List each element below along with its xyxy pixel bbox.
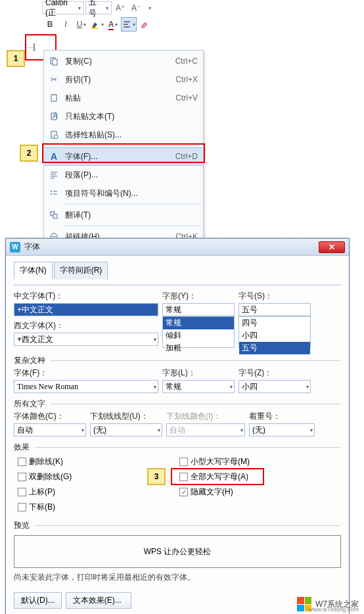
font-toolbar-row1: Calibri (正▾ 五号▾ A⁺ A⁻ ▾ [42, 1, 154, 14]
chevron-down-icon: ▾ [133, 22, 135, 28]
font-dialog: W 字体 ✕ 字体(N) 字符间距(R) 中文字体(T)： +中文正文▾ 字形(… [5, 238, 350, 614]
svg-rect-3 [51, 95, 57, 101]
style-opt[interactable]: 加粗 [163, 342, 234, 354]
menu-separator [64, 225, 199, 226]
cn-font-label: 中文字体(T)： [14, 291, 158, 302]
step-callout-3: 3 [147, 468, 166, 485]
dialog-titlebar: W 字体 ✕ [6, 239, 349, 256]
chevron-down-icon: ▾ [106, 5, 108, 11]
underline-style-label: 下划线线型(U)： [90, 411, 162, 422]
step-callout-1: 1 [7, 50, 25, 67]
ctx-bullets[interactable]: 项目符号和编号(N)... [44, 184, 203, 202]
c-font-label: 字体(F)： [14, 367, 158, 379]
chevron-down-icon: ▾ [81, 427, 84, 433]
c-style-select[interactable]: 常规▾ [162, 380, 235, 393]
chk-subscript[interactable]: 下标(B) [18, 502, 171, 513]
ctx-paste[interactable]: 粘贴 Ctrl+V [44, 89, 203, 107]
svg-rect-12 [53, 214, 57, 218]
dialog-tabs: 字体(N) 字符间距(R) [14, 261, 341, 279]
ctx-paste-special[interactable]: 选择性粘贴(S)... [44, 126, 203, 144]
eraser-button[interactable] [137, 17, 152, 32]
bold-button[interactable]: B [42, 17, 58, 32]
align-button[interactable]: ▾ [121, 17, 137, 32]
chk-hidden-text[interactable]: 隐藏文字(H) [179, 486, 320, 498]
effects-section-label: 效果 [14, 442, 341, 453]
ctx-copy[interactable]: 复制(C) Ctrl+C [44, 52, 203, 70]
font-color-button[interactable]: A▾ [105, 17, 121, 32]
paragraph-icon [47, 168, 61, 182]
size-opt[interactable]: 五号 [239, 342, 310, 354]
chevron-down-icon: ▾ [158, 427, 160, 433]
emphasis-label: 着重号： [249, 411, 315, 422]
chevron-down-icon: ▾ [78, 5, 81, 11]
chevron-down-icon: ▾ [101, 22, 104, 28]
svg-point-8 [54, 135, 58, 139]
size-label: 字号(S)： [239, 291, 311, 302]
line-spacing-button[interactable]: ▾ [145, 1, 154, 14]
chk-small-caps[interactable]: 小型大写字母(M) [179, 456, 320, 467]
font-name-selector[interactable]: Calibri (正▾ [42, 1, 84, 14]
underline-button[interactable]: U▾ [74, 17, 89, 32]
decrease-font-button[interactable]: A⁻ [129, 1, 143, 14]
ctx-translate[interactable]: 翻译(T) [44, 206, 203, 224]
c-size-select[interactable]: 小四▾ [239, 380, 311, 393]
tab-spacing[interactable]: 字符间距(R) [54, 262, 108, 279]
text-effects-button[interactable]: 文本效果(E)... [66, 592, 131, 609]
list-icon [47, 186, 61, 201]
alltext-section-label: 所有文字 [14, 398, 341, 410]
size-input[interactable]: 五号 [239, 303, 311, 316]
step-callout-2: 2 [20, 145, 38, 162]
svg-rect-2 [53, 59, 57, 65]
style-label: 字形(Y)： [162, 291, 235, 302]
svg-rect-4 [53, 94, 55, 95]
font-color-select[interactable]: 自动▾ [14, 423, 86, 437]
scissors-icon: ✂ [47, 72, 61, 87]
west-font-label: 西文字体(X)： [14, 320, 158, 331]
style-opt[interactable]: 常规 [163, 317, 234, 329]
step-highlight-2 [42, 143, 205, 163]
underline-color-select: 自动▾ [166, 423, 245, 437]
clipboard-icon [47, 91, 61, 105]
style-listbox[interactable]: 常规 倾斜 加粗 [162, 316, 235, 348]
menu-separator [64, 204, 199, 204]
chk-strikethrough[interactable]: 删除线(K) [18, 456, 171, 467]
italic-button[interactable]: I [58, 17, 74, 32]
ctx-cut[interactable]: ✂ 剪切(T) Ctrl+X [44, 70, 203, 89]
text-cursor-mark [27, 43, 40, 51]
highlight-button[interactable]: ▾ [89, 17, 105, 32]
font-size-selector[interactable]: 五号▾ [85, 1, 112, 14]
size-opt[interactable]: 小四 [239, 329, 310, 342]
font-name-value: Calibri (正 [45, 0, 76, 18]
chevron-down-icon: ▾ [230, 384, 233, 390]
font-note: 尚未安装此字体，打印时将采用最相近的有效字体。 [14, 572, 341, 583]
font-toolbar-row2: B I U▾ ▾ A▾ ▾ [42, 17, 152, 32]
chevron-down-icon: ▾ [154, 307, 156, 313]
tab-font[interactable]: 字体(N) [14, 262, 53, 279]
style-opt[interactable]: 倾斜 [163, 329, 234, 342]
chevron-down-icon: ▾ [240, 427, 243, 433]
size-listbox[interactable]: 四号 小四 五号 [239, 316, 311, 348]
app-icon: W [10, 242, 20, 252]
default-button[interactable]: 默认(D)... [14, 592, 62, 609]
style-input[interactable]: 常规 [162, 303, 235, 316]
emphasis-select[interactable]: (无)▾ [249, 423, 315, 437]
step-highlight-3 [171, 468, 264, 485]
font-preview: WPS 让办公更轻松 [14, 535, 341, 568]
chevron-down-icon: ▾ [154, 337, 156, 342]
svg-text:A: A [53, 112, 58, 120]
dialog-title: 字体 [24, 241, 319, 252]
paste-text-icon: A [47, 109, 61, 124]
ctx-paragraph[interactable]: 段落(P)... [44, 166, 203, 184]
increase-font-button[interactable]: A⁺ [113, 1, 127, 14]
west-font-select[interactable]: +西文正文▾ [14, 333, 158, 346]
cn-font-select[interactable]: +中文正文▾ [14, 303, 158, 316]
svg-point-10 [51, 193, 52, 195]
c-font-select[interactable]: Times New Roman▾ [14, 380, 158, 393]
ctx-paste-text[interactable]: A 只粘贴文本(T) [44, 107, 203, 126]
close-button[interactable]: ✕ [319, 241, 345, 253]
chk-superscript[interactable]: 上标(P) [18, 486, 171, 498]
font-size-value: 五号 [89, 0, 103, 19]
preview-section-label: 预览 [14, 520, 341, 531]
size-opt[interactable]: 四号 [239, 317, 310, 329]
underline-style-select[interactable]: (无)▾ [90, 423, 162, 437]
